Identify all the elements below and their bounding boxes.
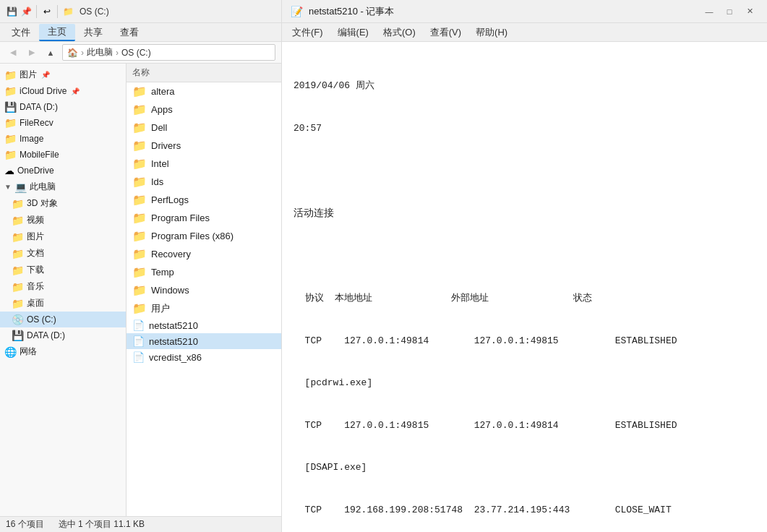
- sidebar-item-mobilefile[interactable]: 📁 MobileFile: [0, 147, 126, 163]
- sidebar-item-docs[interactable]: 📁 文档: [0, 245, 126, 262]
- explorer-title-text: OS (C:): [80, 7, 109, 17]
- notepad-window-buttons: — □ ✕: [700, 4, 758, 19]
- sidebar-item-network[interactable]: 🌐 网络: [0, 343, 126, 360]
- file-item-apps[interactable]: 📁 Apps: [127, 100, 281, 119]
- path-pc[interactable]: 此电脑: [87, 46, 113, 59]
- folder-icon: 📁: [12, 248, 24, 259]
- row-tcp2: TCP 127.0.0.1:49815 127.0.0.1:49814 ESTA…: [293, 419, 755, 433]
- folder-icon: 📁: [132, 121, 147, 134]
- menu-edit[interactable]: 编辑(E): [330, 25, 376, 40]
- menu-file[interactable]: 文件: [3, 25, 39, 40]
- status-item-count: 16 个项目: [6, 518, 44, 531]
- folder-icon: 📁: [4, 117, 17, 129]
- sidebar-item-pictures[interactable]: 📁 图片 📌: [0, 66, 126, 83]
- sidebar-item-image[interactable]: 📁 Image: [0, 131, 126, 147]
- file-item-perflogs[interactable]: 📁 PerfLogs: [127, 191, 281, 209]
- folder-icon: 📁: [12, 265, 24, 276]
- folder-icon: 📁: [132, 193, 147, 207]
- explorer-content: 📁 图片 📌 📁 iCloud Drive 📌 💾 DATA (D:) 📁 Fi…: [0, 64, 281, 516]
- sidebar-item-osc[interactable]: 💿 OS (C:): [0, 312, 126, 327]
- status-selected-info: 选中 1 个项目 11.1 KB: [59, 518, 145, 531]
- file-item-netstat2[interactable]: 📄 netstat5210: [127, 333, 281, 349]
- sidebar-item-onedrive[interactable]: ☁ OneDrive: [0, 163, 126, 179]
- save-icon[interactable]: 💾: [6, 6, 17, 17]
- notepad-menu-bar: 文件(F) 编辑(E) 格式(O) 查看(V) 帮助(H): [282, 23, 767, 42]
- notepad: 📝 netstat5210 - 记事本 — □ ✕ 文件(F) 编辑(E) 格式…: [282, 0, 767, 532]
- file-item-intel[interactable]: 📁 Intel: [127, 155, 281, 173]
- sidebar-item-datad2[interactable]: 💾 DATA (D:): [0, 327, 126, 343]
- toolbar-separator: [36, 5, 37, 18]
- sidebar-item-videos[interactable]: 📁 视频: [0, 212, 126, 228]
- menu-view[interactable]: 查看(V): [423, 25, 468, 40]
- up-button[interactable]: ▲: [43, 46, 58, 60]
- disc-icon: 💿: [12, 314, 24, 325]
- folder-icon: 📁: [132, 211, 147, 225]
- folder-icon: 📁: [132, 139, 147, 153]
- folder-icon: 📁: [4, 133, 17, 145]
- notepad-title-left: 📝 netstat5210 - 记事本: [291, 5, 395, 18]
- file-item-recovery[interactable]: 📁 Recovery: [127, 245, 281, 263]
- explorer-title-bar: 💾 📌 ↩ 📁 OS (C:): [0, 0, 281, 23]
- pin-icon[interactable]: 📌: [20, 6, 32, 17]
- file-item-users[interactable]: 📁 用户: [127, 299, 281, 317]
- file-explorer: 💾 📌 ↩ 📁 OS (C:) 文件 主页 共享 查看 ◀ ▶ ▲ 🏠 ›: [0, 0, 282, 532]
- file-item-programfiles[interactable]: 📁 Program Files: [127, 209, 281, 227]
- address-path[interactable]: 🏠 › 此电脑 › OS (C:): [62, 44, 275, 61]
- row-tcp3: TCP 192.168.199.208:51748 23.77.214.195:…: [293, 503, 755, 518]
- maximize-button[interactable]: □: [721, 4, 738, 19]
- back-button[interactable]: ◀: [6, 46, 20, 60]
- folder-icon: 📁: [62, 6, 74, 17]
- explorer-menu-bar: 文件 主页 共享 查看: [0, 23, 281, 42]
- file-item-temp[interactable]: 📁 Temp: [127, 263, 281, 281]
- date-line: 2019/04/06 周六: [293, 79, 755, 93]
- file-item-dell[interactable]: 📁 Dell: [127, 119, 281, 137]
- notepad-title-bar: 📝 netstat5210 - 记事本 — □ ✕: [282, 0, 767, 23]
- title-toolbar: 💾 📌 ↩ 📁: [6, 5, 74, 18]
- file-item-altera[interactable]: 📁 altera: [127, 82, 281, 100]
- file-item-programfilesx86[interactable]: 📁 Program Files (x86): [127, 227, 281, 245]
- folder-icon: 📁: [4, 69, 17, 81]
- folder-icon: 📁: [12, 298, 24, 309]
- sidebar-item-thispc[interactable]: ▼ 💻 此电脑: [0, 179, 126, 195]
- file-item-windows[interactable]: 📁 Windows: [127, 281, 281, 299]
- forward-button[interactable]: ▶: [25, 46, 39, 60]
- toolbar-separator2: [57, 5, 58, 18]
- sidebar-item-desktop[interactable]: 📁 桌面: [0, 295, 126, 312]
- file-item-drivers[interactable]: 📁 Drivers: [127, 137, 281, 155]
- folder-icon: 📁: [132, 265, 147, 279]
- row-process2: [DSAPI.exe]: [293, 460, 755, 475]
- sidebar-item-downloads[interactable]: 📁 下载: [0, 262, 126, 278]
- folder-icon: 📁: [132, 283, 147, 297]
- folder-icon: 📁: [4, 149, 17, 160]
- sidebar-item-icloud[interactable]: 📁 iCloud Drive 📌: [0, 83, 126, 99]
- menu-share[interactable]: 共享: [75, 25, 111, 40]
- notepad-content-area[interactable]: 2019/04/06 周六 20:57 活动连接 协议 本地地址 外部地址 状态…: [282, 42, 767, 532]
- folder-icon: 📁: [12, 215, 24, 226]
- sidebar-item-datad[interactable]: 💾 DATA (D:): [0, 99, 126, 115]
- sidebar-item-3dobjects[interactable]: 📁 3D 对象: [0, 195, 126, 212]
- file-item-vcredist[interactable]: 📄 vcredist_x86: [127, 349, 281, 365]
- minimize-button[interactable]: —: [700, 4, 718, 19]
- menu-view[interactable]: 查看: [111, 25, 147, 40]
- doc-icon: 📄: [132, 351, 145, 363]
- menu-home[interactable]: 主页: [39, 24, 75, 41]
- file-item-netstat1[interactable]: 📄 netstat5210: [127, 317, 281, 333]
- folder-icon: 📁: [132, 157, 147, 171]
- path-home-icon: 🏠: [67, 48, 78, 58]
- sidebar-item-music[interactable]: 📁 音乐: [0, 278, 126, 295]
- path-drive[interactable]: OS (C:): [121, 48, 151, 58]
- undo-icon[interactable]: ↩: [41, 6, 53, 17]
- menu-file[interactable]: 文件(F): [285, 25, 330, 40]
- file-list-header: 名称: [127, 64, 281, 82]
- folder-icon: 📁: [132, 175, 147, 189]
- close-button[interactable]: ✕: [741, 4, 758, 19]
- time-line: 20:57: [293, 121, 755, 136]
- folder-icon: 📁: [132, 301, 147, 315]
- sidebar-item-pics[interactable]: 📁 图片: [0, 228, 126, 245]
- file-item-ids[interactable]: 📁 Ids: [127, 173, 281, 191]
- sidebar-item-filerecv[interactable]: 📁 FileRecv: [0, 115, 126, 131]
- menu-help[interactable]: 帮助(H): [468, 25, 515, 40]
- folder-icon: 📁: [132, 247, 147, 261]
- col-headers: 协议 本地地址 外部地址 状态: [293, 291, 755, 306]
- menu-format[interactable]: 格式(O): [376, 25, 423, 40]
